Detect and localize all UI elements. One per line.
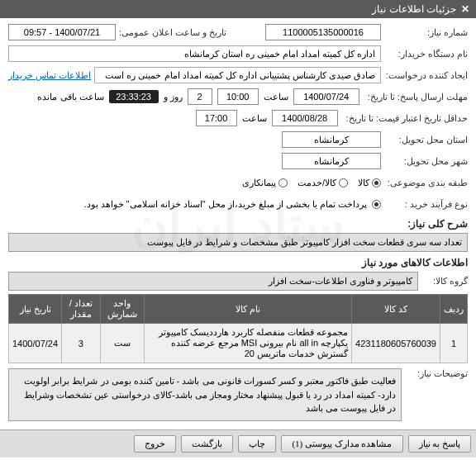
cell-idx: 1 [440,324,468,363]
city-label: شهر محل تحویل: [381,156,468,167]
category-label: طبقه بندی موضوعی: [381,178,468,188]
process-text: پرداخت تمام یا بخشی از مبلغ خرید،از محل … [83,199,367,210]
group-label: گروه کالا: [418,276,468,287]
validity-label: حداقل تاریخ اعتبار قیمت: تا تاریخ: [343,113,468,124]
goods-title: اطلاعات کالاهای مورد نیاز [8,257,468,268]
radio-service[interactable]: کالا/خدمت [298,178,348,188]
table-row: 1 4231180605760039 مجموعه قطعات منفصله ک… [9,324,468,363]
announce-value: 1400/07/21 - 09:57 [8,24,116,40]
creator-value: صادق صیدی کارشناس پشتیبانی اداره کل کمیت… [94,67,381,83]
cell-date: 1400/07/24 [9,324,62,363]
th-code: کد کالا [352,295,440,324]
th-name: نام کالا [145,295,352,324]
process-label: نوع فرآیند خرید : [381,199,468,210]
th-idx: ردیف [440,295,468,324]
back-button[interactable]: بازگشت [181,435,233,453]
province-label: استان محل تحویل: [381,135,468,145]
group-value: کامپیوتر و فناوری اطلاعات-سخت افزار [8,272,418,291]
window-header: ✕ جزئیات اطلاعات نیاز [0,0,476,18]
radio-contract[interactable]: پیمانکاری [242,178,288,188]
th-date: تاریخ نیاز [9,295,62,324]
notes-label: توضیحات نیاز: [402,368,468,379]
buyer-label: نام دستگاه خریدار: [381,49,468,59]
cell-unit: ست [100,324,145,363]
days-remaining: 2 [188,88,212,105]
answer-button[interactable]: پاسخ به نیاز [408,435,472,453]
attachments-button[interactable]: مشاهده مدارک پیوستی (1) [281,435,402,453]
contact-link[interactable]: اطلاعات تماس خریدار [8,70,91,81]
need-no-value: 1100005135000016 [265,24,381,40]
validity-date: 1400/08/28 [272,110,338,126]
days-label: روز و [164,92,183,102]
exit-button[interactable]: خروج [134,435,176,453]
deadline-time: 10:00 [217,88,259,105]
city-value: کرمانشاه [282,153,381,169]
th-unit: واحد شمارش [100,295,145,324]
cell-code: 4231180605760039 [352,324,440,363]
deadline-date: 1400/07/24 [293,88,359,105]
footer-buttons: پاسخ به نیاز مشاهده مدارک پیوستی (1) چاپ… [0,429,476,458]
process-radio[interactable] [372,200,381,209]
province-value: کرمانشاه [282,131,381,148]
cell-name: مجموعه قطعات منفصله کاربرد هارددیسک کامپ… [145,324,352,363]
goods-table: ردیف کد کالا نام کالا واحد شمارش تعداد /… [8,294,468,363]
countdown-timer: 23:33:23 [109,90,159,103]
time-label-2: ساعت [242,113,267,124]
category-radios: کالا کالا/خدمت پیمانکاری [242,178,381,188]
creator-label: ایجاد کننده درخواست: [381,70,468,81]
window-title: جزئیات اطلاعات نیاز [372,3,456,15]
announce-label: تاریخ و ساعت اعلان عمومی: [116,27,226,38]
desc-title: شرح کلی نیاز: [8,218,468,230]
notes-box: فعالیت طبق فاکتور معتبر و کسر کسورات قان… [8,368,402,421]
time-label-1: ساعت [264,92,288,102]
desc-box: تعداد سه سری قطعات سخت افزار کامپیوتر طب… [8,233,468,252]
buyer-value: اداره کل کمیته امداد امام خمینی ره استان… [8,45,381,62]
remaining-suffix: ساعت باقی مانده [37,92,103,102]
print-button[interactable]: چاپ [238,435,276,453]
radio-goods[interactable]: کالا [358,178,381,188]
th-qty: تعداد / مقدار [62,295,100,324]
cell-qty: 3 [62,324,100,363]
need-no-label: شماره نیاز: [381,27,468,38]
close-icon[interactable]: ✕ [461,3,469,15]
deadline-label: مهلت ارسال پاسخ: تا تاریخ: [364,92,468,102]
validity-time: 17:00 [196,110,237,126]
